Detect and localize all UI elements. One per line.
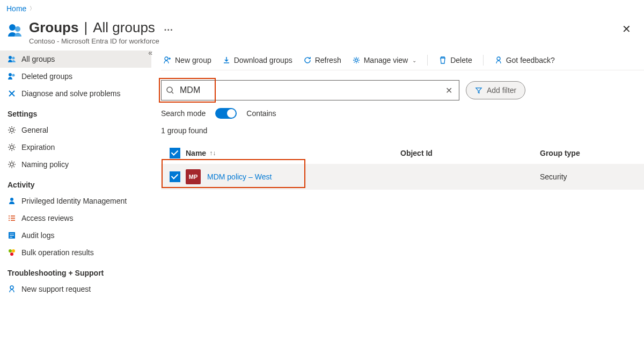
page-title: Groups | All groups … [29, 19, 173, 36]
separator [483, 55, 484, 66]
svg-point-7 [10, 146, 13, 149]
sidebar-item-pim[interactable]: Privileged Identity Management [0, 192, 151, 210]
gear-icon [8, 143, 16, 152]
sort-icon: ↑↓ [209, 149, 216, 157]
chevron-down-icon: ⌄ [412, 57, 416, 63]
svg-rect-13 [10, 237, 12, 237]
cmd-label: Refresh [315, 56, 341, 64]
sidebar-item-support-request[interactable]: New support request [0, 280, 151, 298]
sidebar-item-audit-logs[interactable]: Audit logs [0, 227, 151, 244]
group-avatar: MP [186, 169, 201, 184]
svg-point-16 [10, 253, 13, 256]
sidebar-item-general[interactable]: General [0, 121, 151, 139]
gear-icon [8, 160, 16, 169]
col-label: Name [186, 149, 206, 157]
collapse-sidebar-icon[interactable]: « [148, 48, 152, 57]
table-row[interactable]: MP MDM policy – West Security [161, 164, 644, 190]
feedback-button[interactable]: Got feedback? [494, 56, 555, 64]
cmd-label: New group [175, 56, 211, 64]
people-icon [8, 55, 16, 63]
add-people-icon [163, 56, 172, 64]
svg-point-8 [10, 163, 13, 166]
column-name-header[interactable]: Name ↑↓ [186, 149, 400, 157]
support-icon [8, 285, 16, 293]
breadcrumb-home[interactable]: Home [6, 4, 26, 13]
column-objectid-header[interactable]: Object Id [400, 149, 540, 157]
filter-icon [475, 87, 482, 94]
select-all-checkbox[interactable] [170, 148, 180, 159]
svg-rect-12 [10, 235, 14, 236]
new-group-button[interactable]: New group [163, 56, 211, 64]
svg-point-1 [15, 26, 20, 32]
gear-icon [8, 126, 16, 134]
search-mode-toggle[interactable] [215, 108, 237, 119]
bulk-icon [8, 248, 16, 257]
clear-search-icon[interactable]: ✕ [443, 85, 455, 96]
separator [427, 55, 428, 66]
people-deleted-icon [8, 72, 16, 81]
settings-icon [352, 56, 361, 64]
sidebar-item-label: All groups [21, 55, 55, 63]
svg-point-0 [9, 24, 16, 31]
sidebar-item-label: Deleted groups [21, 72, 72, 81]
cmd-label: Download groups [234, 56, 292, 64]
sidebar-item-label: Expiration [21, 143, 55, 152]
row-checkbox[interactable] [170, 171, 180, 182]
download-groups-button[interactable]: Download groups [222, 56, 292, 64]
column-grouptype-header[interactable]: Group type [540, 149, 641, 157]
close-icon[interactable]: ✕ [616, 19, 638, 39]
svg-point-3 [12, 57, 15, 60]
sidebar-item-all-groups[interactable]: All groups [0, 51, 151, 68]
sidebar-item-bulk-results[interactable]: Bulk operation results [0, 244, 151, 261]
search-mode-value: Contains [246, 109, 276, 118]
search-icon [166, 86, 174, 95]
svg-point-14 [9, 249, 12, 253]
checklist-icon [8, 214, 16, 222]
sidebar-item-label: General [21, 126, 48, 134]
group-name-link[interactable]: MDM policy – West [207, 172, 272, 181]
row-grouptype: Security [540, 172, 641, 181]
identity-icon [8, 197, 16, 205]
table-header: Name ↑↓ Object Id Group type [161, 142, 644, 164]
svg-point-6 [10, 128, 13, 132]
svg-point-18 [165, 57, 168, 60]
result-count: 1 group found [161, 126, 644, 135]
title-sub: All groups [93, 19, 155, 36]
feedback-icon [494, 56, 503, 64]
sidebar-item-label: Privileged Identity Management [21, 197, 127, 205]
sidebar-heading-activity: Activity [0, 173, 151, 192]
sidebar-heading-support: Troubleshooting + Support [0, 261, 151, 280]
sidebar-item-label: Naming policy [21, 160, 69, 169]
search-mode-label: Search mode [161, 109, 206, 118]
svg-rect-11 [10, 234, 14, 234]
sidebar-item-naming-policy[interactable]: Naming policy [0, 156, 151, 173]
search-input[interactable] [180, 85, 443, 95]
search-input-wrapper: ✕ [161, 80, 459, 100]
refresh-icon [303, 56, 312, 64]
sidebar-item-deleted-groups[interactable]: Deleted groups [0, 68, 151, 85]
delete-button[interactable]: Delete [438, 56, 472, 64]
manage-view-button[interactable]: Manage view ⌄ [352, 56, 417, 64]
sidebar-item-expiration[interactable]: Expiration [0, 139, 151, 156]
sidebar-item-label: Diagnose and solve problems [21, 89, 120, 98]
sidebar-heading-settings: Settings [0, 102, 151, 121]
svg-point-2 [9, 56, 12, 59]
svg-point-9 [10, 198, 13, 201]
svg-point-17 [10, 286, 13, 289]
cmd-label: Got feedback? [506, 56, 555, 64]
more-button[interactable]: … [164, 22, 173, 33]
sidebar-item-access-reviews[interactable]: Access reviews [0, 210, 151, 227]
subtitle: Contoso - Microsoft Entra ID for workfor… [29, 37, 173, 45]
refresh-button[interactable]: Refresh [303, 56, 341, 64]
title-sep: | [84, 19, 87, 36]
chevron-right-icon: 〉 [30, 5, 35, 12]
svg-point-20 [497, 57, 500, 60]
download-icon [222, 56, 231, 64]
sidebar-item-diagnose[interactable]: Diagnose and solve problems [0, 85, 151, 102]
svg-point-5 [12, 74, 15, 77]
sidebar-item-label: New support request [21, 285, 91, 293]
sidebar-item-label: Access reviews [21, 214, 73, 222]
add-filter-button[interactable]: Add filter [466, 81, 525, 99]
svg-point-21 [167, 87, 172, 92]
svg-point-15 [12, 249, 15, 253]
